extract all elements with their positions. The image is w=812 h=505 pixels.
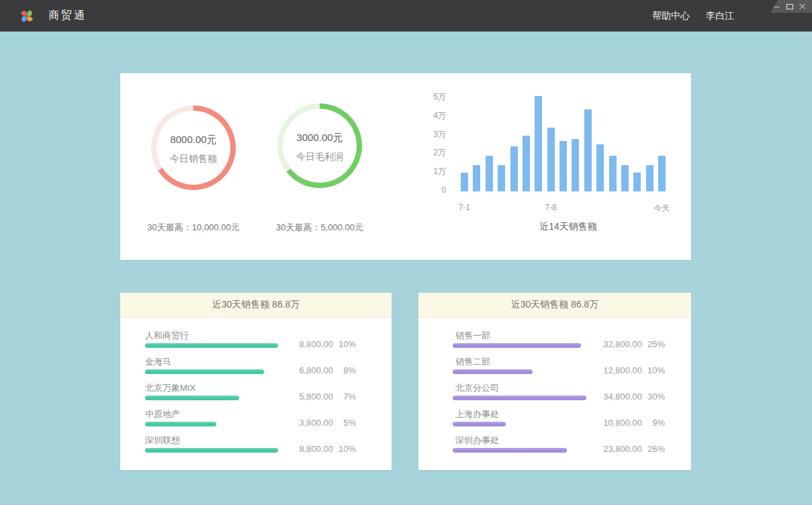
bar-chart-xaxis: 7-17-8今天 (461, 203, 666, 214)
rank-item: 金海马6,800.008% (120, 355, 392, 381)
y-axis-tick: 2万 (409, 148, 446, 157)
rank-item-percent: 7% (333, 392, 356, 402)
y-axis-tick: 4万 (409, 111, 446, 120)
rank-item-amount: 23,800.00 (594, 444, 642, 454)
customer-ranking-list: 人和商贸行8,800.0010%金海马6,800.008%北京万象MIX5,80… (120, 318, 392, 460)
rank-item-percent: 10% (333, 444, 356, 454)
rank-item-bar (145, 396, 239, 400)
gauge-value: 3000.00元 (296, 132, 343, 144)
chart-bar (510, 146, 518, 191)
x-axis-tick: 7-1 (459, 203, 470, 212)
rank-item-name: 上海办事处 (455, 408, 499, 420)
app-header: 商贸通 帮助中心 李白江 (0, 0, 812, 32)
chart-bar (523, 136, 530, 191)
bar-chart-plot (461, 91, 666, 191)
rank-item-amount: 10,800.00 (594, 418, 642, 428)
rank-item-name: 中原地产 (145, 408, 180, 420)
rank-item-amount: 12,800.00 (594, 365, 642, 375)
rank-item: 人和商贸行8,800.0010% (120, 329, 392, 355)
rank-item-values: 34,800.0030% (594, 392, 665, 402)
rank-item-values: 8,800.0010% (285, 339, 356, 349)
rank-item-bar (145, 369, 264, 374)
rank-item-bar (453, 422, 506, 426)
gauge-label: 今日毛利润 (296, 151, 343, 163)
x-axis-tick: 7-8 (545, 203, 556, 212)
chart-title: 近14天销售额 (501, 221, 635, 233)
chart-bar (547, 128, 555, 191)
rank-item-amount: 8,800.00 (285, 444, 333, 454)
rank-item-name: 北京万象MIX (145, 382, 195, 394)
gauge-inner: 3000.00元 今日毛利润 (283, 109, 357, 183)
rank-item-amount: 6,800.00 (285, 365, 333, 375)
minimize-icon[interactable] (774, 3, 780, 10)
rank-item-percent: 10% (642, 365, 665, 375)
rank-item-bar (145, 448, 278, 453)
rank-item-percent: 9% (642, 418, 665, 428)
rank-item-values: 8,800.0010% (285, 444, 356, 454)
rank-item-name: 销售二部 (455, 356, 490, 368)
window-controls (770, 0, 812, 13)
rank-item-values: 10,800.009% (594, 418, 665, 428)
gauge-value: 8000.00元 (170, 134, 216, 146)
chart-bar (498, 165, 505, 191)
help-center-link[interactable]: 帮助中心 (652, 10, 690, 22)
rank-item-name: 销售一部 (455, 330, 490, 342)
rank-item-name: 深圳办事处 (455, 434, 499, 447)
gauge-inner: 8000.00元 今日销售额 (156, 111, 230, 185)
app-title: 商贸通 (48, 9, 87, 23)
rank-item-bar (145, 343, 278, 348)
rank-item: 上海办事处10,800.009% (418, 408, 691, 434)
gauge-label: 今日销售额 (170, 153, 217, 165)
today-sales-gauge: 8000.00元 今日销售额 (151, 105, 236, 190)
gauge-caption: 30天最高：10,000.00元 (120, 222, 267, 234)
rank-item-percent: 5% (333, 418, 356, 428)
user-name-link[interactable]: 李白江 (706, 10, 734, 22)
chart-bar (646, 165, 653, 191)
customer-ranking-card: 近30天销售额 86.8万 人和商贸行8,800.0010%金海马6,800.0… (120, 293, 392, 470)
today-overview-card: 8000.00元 今日销售额 30天最高：10,000.00元 3000.00元… (120, 73, 691, 260)
rank-item-values: 3,800.005% (285, 418, 356, 428)
rank-item-percent: 8% (333, 365, 356, 375)
chart-bar (461, 173, 468, 191)
rank-item-percent: 25% (642, 339, 665, 349)
rank-item-amount: 3,800.00 (285, 418, 333, 428)
rank-item-percent: 26% (642, 444, 665, 454)
chart-bar (473, 165, 480, 191)
card-header: 近30天销售额 86.8万 (120, 293, 392, 318)
chart-bar (621, 165, 629, 191)
chart-bar (486, 156, 493, 191)
rank-item-name: 深圳联想 (145, 434, 180, 447)
y-axis-tick: 5万 (409, 92, 446, 101)
today-profit-gauge: 3000.00元 今日毛利润 (277, 103, 362, 188)
rank-item: 北京分公司34,800.0030% (418, 381, 691, 408)
rank-item: 北京万象MIX5,800.007% (120, 381, 392, 408)
maximize-icon[interactable] (786, 3, 793, 10)
gauge-caption: 30天最高：5,000.00元 (246, 222, 394, 234)
rank-item: 深圳办事处23,800.0026% (418, 434, 691, 460)
rank-item-name: 金海马 (145, 356, 171, 368)
rank-item-amount: 5,800.00 (285, 392, 333, 402)
chart-bar (584, 109, 592, 191)
rank-item-name: 人和商贸行 (145, 330, 189, 342)
rank-item-values: 6,800.008% (285, 365, 356, 375)
chart-bar (559, 141, 567, 191)
rank-item: 销售二部12,800.0010% (418, 355, 691, 381)
rank-item: 销售一部32,800.0025% (418, 329, 691, 355)
rank-item-values: 23,800.0026% (594, 444, 665, 454)
rank-item-bar (453, 343, 581, 348)
y-axis-tick: 3万 (409, 130, 446, 139)
y-axis-tick: 0 (409, 185, 446, 195)
rank-item-amount: 34,800.00 (594, 392, 642, 402)
close-icon[interactable] (799, 3, 806, 10)
rank-item-amount: 32,800.00 (594, 339, 642, 349)
chart-bar (572, 139, 579, 191)
card-header: 近30天销售额 86.8万 (418, 293, 691, 318)
rank-item-bar (453, 448, 567, 453)
chart-bar (535, 96, 542, 191)
rank-item-values: 32,800.0025% (594, 339, 665, 349)
y-axis-tick: 1万 (409, 167, 446, 176)
rank-item-percent: 10% (333, 339, 356, 349)
rank-item-percent: 30% (642, 392, 665, 402)
rank-item: 深圳联想8,800.0010% (120, 434, 392, 460)
chart-bar (658, 156, 666, 191)
